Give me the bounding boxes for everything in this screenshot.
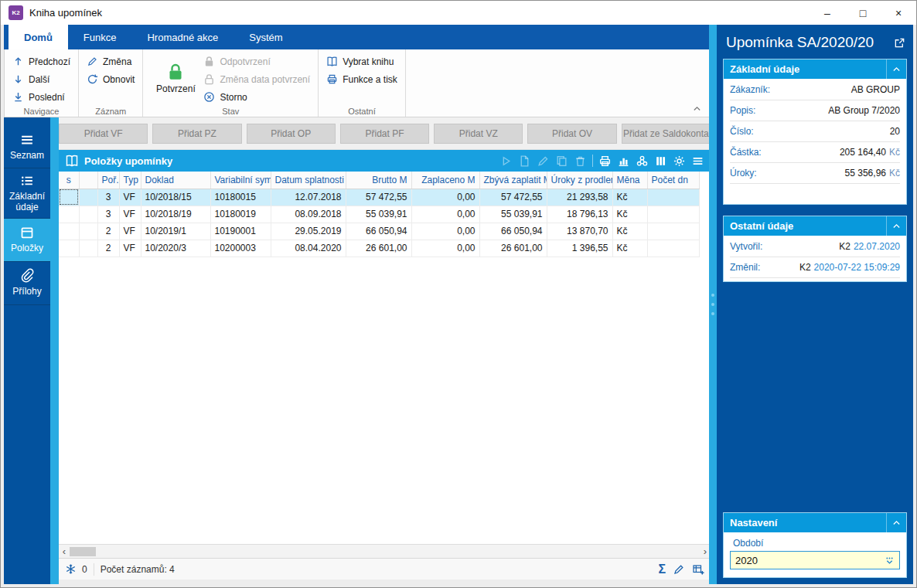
add-button-přidat-pz[interactable]: Přidat PZ — [152, 124, 241, 144]
table-cell[interactable]: 10180015 — [210, 189, 271, 206]
period-input[interactable] — [731, 555, 884, 566]
tab-hromadné-akce[interactable]: Hromadné akce — [131, 25, 234, 49]
sidebar-item-základní-údaje[interactable]: Základní údaje — [4, 168, 50, 219]
table-cell[interactable]: 66 050,94 — [479, 223, 547, 240]
table-cell[interactable]: 0,00 — [411, 223, 479, 240]
table-cell[interactable]: 10/2018/15 — [141, 189, 210, 206]
table-cell[interactable]: VF — [119, 240, 141, 257]
refresh-button[interactable]: Obnovit — [84, 70, 138, 88]
table-cell[interactable]: 13 870,70 — [547, 223, 612, 240]
table-cell[interactable] — [79, 240, 97, 257]
scroll-left-icon[interactable]: ‹ — [59, 545, 70, 558]
table-cell[interactable]: Kč — [612, 189, 647, 206]
add-button-přidat-pf[interactable]: Přidat PF — [340, 124, 429, 144]
table-cell[interactable] — [59, 223, 79, 240]
column-header[interactable]: Typ — [119, 172, 141, 189]
add-button-přidat-ze-saldokonta[interactable]: Přidat ze Saldokonta — [622, 124, 711, 144]
table-cell[interactable] — [79, 189, 97, 206]
table-cell[interactable]: Kč — [612, 240, 647, 257]
snowflake-icon[interactable] — [65, 563, 77, 575]
table-cell[interactable] — [79, 206, 97, 223]
table-cell[interactable]: 12.07.2018 — [271, 189, 346, 206]
column-header[interactable]: s — [59, 172, 79, 189]
table-cell[interactable]: 55 039,91 — [479, 206, 547, 223]
external-link-icon[interactable] — [894, 37, 905, 49]
column-header[interactable]: Zbývá zaplatit M — [479, 172, 547, 189]
previous-button[interactable]: Předchozí — [9, 53, 73, 70]
tab-domů[interactable]: Domů — [9, 25, 68, 49]
table-cell[interactable]: 66 050,94 — [346, 223, 411, 240]
column-header[interactable]: Brutto M — [346, 172, 411, 189]
add-record-icon[interactable] — [692, 563, 704, 576]
edit-icon[interactable] — [673, 563, 685, 576]
workflow-icon[interactable] — [636, 155, 649, 168]
table-row[interactable]: 2VF10/2020/31020000308.04.202026 601,000… — [59, 240, 699, 257]
table-cell[interactable]: 26 601,00 — [479, 240, 547, 257]
tab-systém[interactable]: Systém — [234, 25, 298, 49]
column-header[interactable]: Doklad — [141, 172, 210, 189]
table-cell[interactable]: 55 039,91 — [346, 206, 411, 223]
collapse-button[interactable] — [886, 216, 906, 236]
change-button[interactable]: Změna — [84, 53, 138, 70]
functions-print-button[interactable]: Funkce a tisk — [323, 70, 401, 88]
right-splitter[interactable] — [709, 25, 717, 584]
table-cell[interactable]: 57 472,55 — [479, 189, 547, 206]
table-cell[interactable]: 10/2018/19 — [141, 206, 210, 223]
table-cell[interactable]: 0,00 — [411, 206, 479, 223]
print-icon[interactable] — [598, 155, 612, 168]
column-header[interactable]: Variabilní sym — [210, 172, 271, 189]
horizontal-scrollbar[interactable]: ‹ › — [59, 544, 711, 558]
table-cell[interactable]: 10180019 — [210, 206, 271, 223]
table-cell[interactable] — [647, 206, 699, 223]
table-cell[interactable]: 10190001 — [210, 223, 271, 240]
column-header[interactable]: Poř. — [97, 172, 119, 189]
table-row[interactable]: 3VF10/2018/191018001908.09.201855 039,91… — [59, 206, 699, 223]
column-header[interactable] — [79, 172, 97, 189]
maximize-button[interactable]: □ — [845, 1, 881, 25]
add-button-přidat-vz[interactable]: Přidat VZ — [434, 124, 523, 144]
ribbon-collapse-icon[interactable] — [692, 104, 702, 114]
confirm-button[interactable]: Potvrzení — [151, 53, 200, 106]
cancel-button[interactable]: Storno — [200, 88, 313, 106]
column-header[interactable]: Měna — [612, 172, 647, 189]
add-button-přidat-ov[interactable]: Přidat OV — [527, 124, 616, 144]
sidebar-item-přílohy[interactable]: Přílohy — [4, 262, 50, 305]
change-confirm-date-button[interactable]: Změna data potvrzení — [200, 70, 313, 88]
table-cell[interactable] — [647, 223, 699, 240]
table-cell[interactable]: 2 — [97, 223, 119, 240]
table-cell[interactable]: VF — [119, 223, 141, 240]
sidebar-item-položky[interactable]: Položky — [4, 219, 50, 262]
menu-icon[interactable] — [691, 155, 704, 168]
scrollbar-thumb[interactable] — [70, 547, 96, 556]
left-splitter[interactable] — [50, 117, 59, 584]
collapse-button[interactable] — [886, 59, 906, 79]
table-cell[interactable]: 0,00 — [411, 240, 479, 257]
table-cell[interactable]: 26 601,00 — [346, 240, 411, 257]
table-cell[interactable]: 57 472,55 — [346, 189, 411, 206]
table-cell[interactable]: 3 — [97, 189, 119, 206]
tab-funkce[interactable]: Funkce — [68, 25, 132, 49]
table-cell[interactable] — [647, 240, 699, 257]
table-cell[interactable]: 1 396,55 — [547, 240, 612, 257]
next-button[interactable]: Další — [9, 70, 73, 88]
table-cell[interactable]: 08.04.2020 — [271, 240, 346, 257]
table-cell[interactable] — [59, 189, 79, 206]
table-row[interactable]: 3VF10/2018/151018001512.07.201857 472,55… — [59, 189, 699, 206]
table-cell[interactable]: 3 — [97, 206, 119, 223]
close-button[interactable]: × — [881, 1, 916, 25]
dropdown-icon[interactable] — [884, 555, 895, 566]
table-cell[interactable] — [647, 189, 699, 206]
table-cell[interactable]: Kč — [612, 223, 647, 240]
table-cell[interactable]: 08.09.2018 — [271, 206, 346, 223]
table-cell[interactable]: 18 796,13 — [547, 206, 612, 223]
table-cell[interactable]: 10/2020/3 — [141, 240, 210, 257]
table-cell[interactable]: 10200003 — [210, 240, 271, 257]
minimize-button[interactable]: – — [810, 1, 845, 25]
table-cell[interactable]: 2 — [97, 240, 119, 257]
table-cell[interactable] — [59, 206, 79, 223]
table-cell[interactable]: 0,00 — [411, 189, 479, 206]
table-cell[interactable]: 21 293,58 — [547, 189, 612, 206]
column-header[interactable]: Datum splatnosti — [271, 172, 346, 189]
table-cell[interactable]: Kč — [612, 206, 647, 223]
columns-icon[interactable] — [654, 155, 667, 168]
